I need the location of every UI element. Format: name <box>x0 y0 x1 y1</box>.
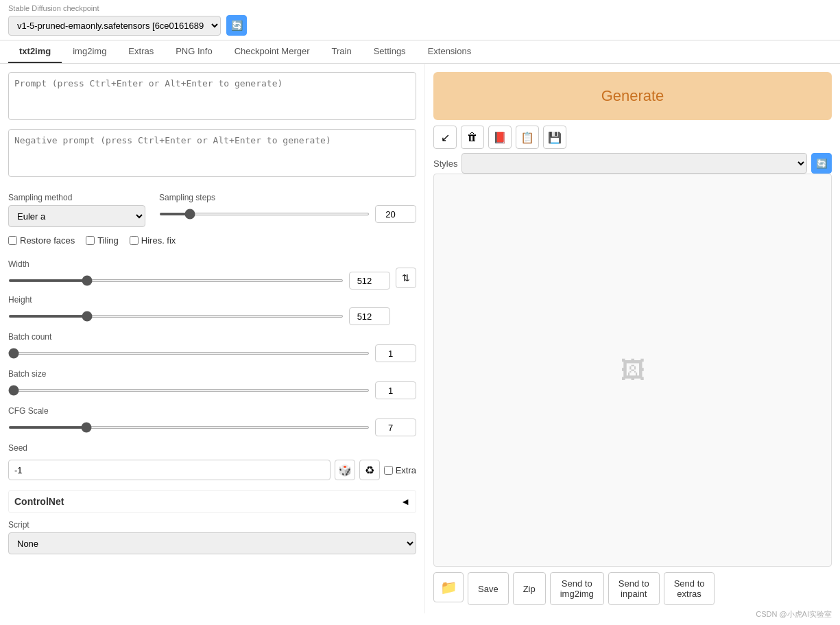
restore-faces-input[interactable] <box>8 236 17 245</box>
tab-checkpoint-merger[interactable]: Checkpoint Merger <box>224 40 321 63</box>
main-layout: Sampling method Euler a Sampling steps R… <box>0 64 840 613</box>
send-to-inpaint-button[interactable]: Send to inpaint <box>608 572 660 605</box>
tab-extensions[interactable]: Extensions <box>417 40 483 63</box>
batch-count-label: Batch count <box>8 332 416 342</box>
tiling-checkbox[interactable]: Tiling <box>86 235 119 246</box>
hires-fix-label: Hires. fix <box>141 235 176 246</box>
pink-tool-button[interactable]: 📕 <box>488 126 512 149</box>
checkpoint-row: v1-5-pruned-emaonly.safetensors [6ce0161… <box>8 15 832 36</box>
controlnet-section: ControlNet ◄ <box>8 490 416 513</box>
image-canvas: 🖼 <box>433 174 832 567</box>
trash-tool-button[interactable]: 🗑 <box>461 126 484 149</box>
open-folder-button[interactable]: 📁 <box>433 572 464 602</box>
generate-area: Generate ↙ 🗑 📕 📋 💾 Styles 🔄 <box>433 72 832 174</box>
extra-checkbox[interactable]: Extra <box>384 465 416 475</box>
extra-label: Extra <box>396 465 416 475</box>
width-slider[interactable] <box>8 279 344 282</box>
batch-size-slider[interactable] <box>8 389 370 392</box>
batch-count-slider[interactable] <box>8 352 370 355</box>
tiling-label: Tiling <box>97 235 119 246</box>
seed-dice-button[interactable]: 🎲 <box>335 460 355 480</box>
width-group: Width Height <box>8 252 390 325</box>
sampling-steps-slider-row <box>159 205 416 223</box>
tab-settings[interactable]: Settings <box>363 40 417 63</box>
tab-train[interactable]: Train <box>321 40 363 63</box>
cfg-scale-label: CFG Scale <box>8 406 416 416</box>
generate-button[interactable]: Generate <box>433 72 832 120</box>
script-section: Script None <box>8 520 416 554</box>
swap-dimensions-button[interactable]: ⇅ <box>396 268 416 288</box>
zip-button[interactable]: Zip <box>513 572 546 605</box>
watermark: CSDN @小虎AI实验室 <box>756 609 832 620</box>
extra-checkbox-input[interactable] <box>384 466 393 475</box>
batch-count-group: Batch count <box>8 332 416 362</box>
width-label: Width <box>8 259 390 269</box>
seed-recycle-button[interactable]: ♻ <box>359 460 380 480</box>
arrow-tool-button[interactable]: ↙ <box>433 126 457 149</box>
tabs-bar: txt2img img2img Extras PNG Info Checkpoi… <box>0 40 840 64</box>
action-buttons: 📁 Save Zip Send to img2img Send to inpai… <box>433 572 832 605</box>
batch-count-input[interactable] <box>375 344 416 362</box>
checkpoint-select[interactable]: v1-5-pruned-emaonly.safetensors [6ce0161… <box>8 16 221 36</box>
sampling-steps-slider[interactable] <box>159 213 370 215</box>
controlnet-header: ControlNet ◄ <box>14 496 410 507</box>
hires-fix-checkbox[interactable]: Hires. fix <box>130 235 176 246</box>
save-tool-button[interactable]: 💾 <box>543 126 566 149</box>
width-input[interactable] <box>349 272 390 290</box>
script-label: Script <box>8 520 416 530</box>
cfg-scale-slider[interactable] <box>8 426 370 429</box>
controlnet-collapse-button[interactable]: ◄ <box>400 496 410 507</box>
batch-size-label: Batch size <box>8 369 416 379</box>
checkboxes-row: Restore faces Tiling Hires. fix <box>8 235 416 246</box>
hires-fix-input[interactable] <box>130 236 139 245</box>
sampling-steps-input[interactable] <box>375 205 416 223</box>
dimensions-row: Width Height ⇅ <box>8 252 416 325</box>
height-slider[interactable] <box>8 315 344 318</box>
script-select[interactable]: None <box>8 532 416 554</box>
clipboard-tool-button[interactable]: 📋 <box>516 126 539 149</box>
tab-img2img[interactable]: img2img <box>62 40 117 63</box>
left-panel: Sampling method Euler a Sampling steps R… <box>0 64 425 613</box>
seed-input[interactable] <box>8 460 331 480</box>
styles-select[interactable] <box>461 153 807 174</box>
sampling-row: Sampling method Euler a Sampling steps <box>8 186 416 227</box>
cfg-scale-group: CFG Scale <box>8 406 416 436</box>
height-label: Height <box>8 295 390 305</box>
tab-png-info[interactable]: PNG Info <box>165 40 223 63</box>
sampling-steps-label: Sampling steps <box>159 193 416 202</box>
styles-label: Styles <box>433 158 457 169</box>
right-panel: Generate ↙ 🗑 📕 📋 💾 Styles 🔄 🖼 📁 Save Zip <box>425 64 840 613</box>
batch-size-input[interactable] <box>375 381 416 399</box>
height-input[interactable] <box>349 307 390 325</box>
toolbar-row: ↙ 🗑 📕 📋 💾 <box>433 126 832 149</box>
send-to-extras-button[interactable]: Send to extras <box>664 572 715 605</box>
sampling-method-label: Sampling method <box>8 193 145 202</box>
sampling-steps-group: Sampling steps <box>159 186 416 223</box>
restore-faces-label: Restore faces <box>20 235 75 246</box>
tiling-input[interactable] <box>86 236 95 245</box>
controlnet-title: ControlNet <box>14 496 64 507</box>
styles-row: Styles 🔄 <box>433 153 832 174</box>
save-button[interactable]: Save <box>468 572 509 605</box>
prompt-input[interactable] <box>8 72 416 120</box>
seed-row: 🎲 ♻ Extra <box>8 460 416 480</box>
styles-refresh-button[interactable]: 🔄 <box>811 153 832 174</box>
restore-faces-checkbox[interactable]: Restore faces <box>8 235 75 246</box>
checkpoint-label: Stable Diffusion checkpoint <box>8 4 832 12</box>
send-to-img2img-button[interactable]: Send to img2img <box>550 572 604 605</box>
cfg-scale-input[interactable] <box>375 418 416 436</box>
seed-label: Seed <box>8 443 416 453</box>
checkpoint-refresh-button[interactable]: 🔄 <box>226 15 247 36</box>
top-bar: Stable Diffusion checkpoint v1-5-pruned-… <box>0 0 840 40</box>
sampling-method-group: Sampling method Euler a <box>8 186 145 227</box>
negative-prompt-input[interactable] <box>8 129 416 177</box>
tab-txt2img[interactable]: txt2img <box>8 40 62 63</box>
sampling-method-select[interactable]: Euler a <box>8 205 145 227</box>
tab-extras[interactable]: Extras <box>117 40 165 63</box>
image-placeholder-icon: 🖼 <box>621 356 645 385</box>
batch-size-group: Batch size <box>8 369 416 399</box>
